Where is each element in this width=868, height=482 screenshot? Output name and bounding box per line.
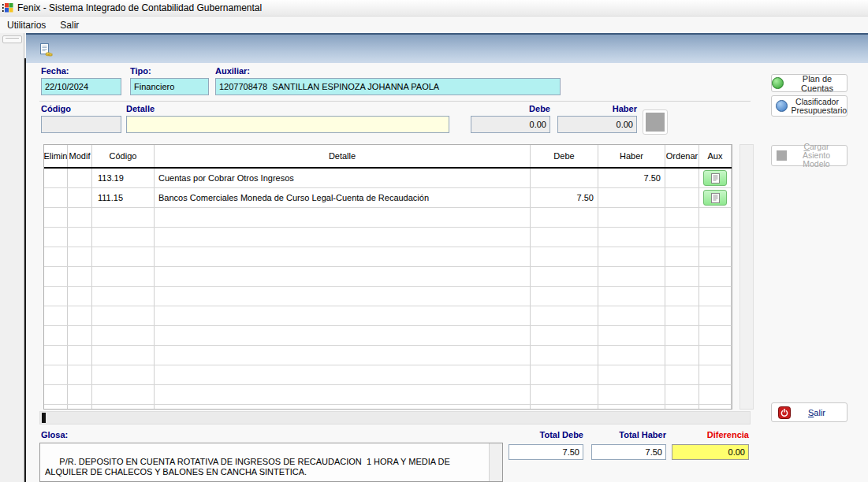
cell-detalle xyxy=(155,326,531,345)
cell-ordenar xyxy=(665,306,699,325)
notepad-icon xyxy=(711,193,720,203)
salir-label: Salir xyxy=(808,408,825,417)
cell-aux xyxy=(699,365,732,384)
tipo-label: Tipo: xyxy=(130,66,151,76)
toolbar xyxy=(26,33,868,63)
table-row xyxy=(44,287,732,306)
title-bar: Fenix - Sistema Integrado de Contabilida… xyxy=(0,0,868,17)
cell-detalle xyxy=(155,287,531,306)
detalle-input[interactable] xyxy=(126,116,449,133)
main-panel: Fecha: Tipo: Auxiliar: Código Detalle De… xyxy=(26,63,868,482)
cell-debe xyxy=(531,287,598,306)
scrollbar-thumb[interactable] xyxy=(42,413,46,423)
clasificador-label: Clasificador Presupuestario xyxy=(792,98,844,115)
window-title: Fenix - Sistema Integrado de Contabilida… xyxy=(17,2,262,13)
new-entry-button[interactable] xyxy=(35,39,55,59)
codigo-input[interactable] xyxy=(41,116,121,133)
grid-header-codigo[interactable]: Código xyxy=(92,145,155,167)
plan-de-cuentas-button[interactable]: Plan de Cuentas xyxy=(771,74,848,92)
plan-de-cuentas-label: Plan de Cuentas xyxy=(788,74,847,93)
table-horizontal-scrollbar[interactable] xyxy=(39,411,751,425)
cell-aux xyxy=(699,188,732,207)
auxiliar-input[interactable] xyxy=(215,78,561,95)
cell-aux xyxy=(699,385,732,404)
splitter-grip[interactable] xyxy=(2,35,22,43)
total-haber-input xyxy=(591,444,666,460)
cell-aux xyxy=(699,208,732,227)
cell-haber xyxy=(598,188,665,207)
grid-header-modif[interactable]: Modif xyxy=(68,145,92,167)
glosa-scrollbar[interactable] xyxy=(489,443,502,481)
cell-haber xyxy=(598,247,665,266)
table-row xyxy=(44,405,732,410)
cell-modif xyxy=(68,188,92,207)
cell-ordenar xyxy=(665,385,699,404)
glosa-textarea[interactable]: P/R. DEPOSITO EN CUENTA ROTATIVA DE INGR… xyxy=(39,443,503,482)
grid-header-ordenar[interactable]: Ordenar xyxy=(665,145,699,167)
table-row xyxy=(44,306,732,326)
app-icon xyxy=(2,2,13,13)
grid-header-haber[interactable]: Haber xyxy=(598,145,665,167)
debe-input[interactable] xyxy=(471,116,550,133)
cell-elimin xyxy=(44,267,68,286)
aux-button[interactable] xyxy=(703,190,727,206)
cell-aux xyxy=(699,267,732,286)
cell-modif xyxy=(68,346,92,365)
clasificador-presupuestario-button[interactable]: Clasificador Presupuestario xyxy=(771,95,848,117)
total-debe-label: Total Debe xyxy=(509,430,583,439)
grid-header-aux[interactable]: Aux xyxy=(699,145,732,167)
add-entry-button[interactable] xyxy=(643,109,668,135)
cell-codigo xyxy=(92,287,155,306)
table-vertical-scrollbar[interactable] xyxy=(739,144,754,410)
cell-detalle: Bancos Comerciales Moneda de Curso Legal… xyxy=(155,188,531,207)
cell-debe xyxy=(531,385,598,404)
cell-debe xyxy=(531,326,598,345)
cell-codigo xyxy=(92,346,155,365)
cell-modif xyxy=(68,208,92,227)
cell-elimin xyxy=(44,287,68,306)
table-row[interactable]: 113.19Cuentas por Cobrar Otros Ingresos7… xyxy=(44,169,732,188)
grid-header-detalle[interactable]: Detalle xyxy=(155,145,531,167)
cell-aux xyxy=(699,169,732,187)
table-row xyxy=(44,346,732,365)
table-row xyxy=(44,247,732,267)
table-row[interactable]: 111.15Bancos Comerciales Moneda de Curso… xyxy=(44,188,732,208)
cell-ordenar xyxy=(665,169,699,187)
cell-detalle xyxy=(155,365,531,384)
cell-ordenar xyxy=(665,247,699,266)
cell-elimin xyxy=(44,405,68,410)
cell-elimin xyxy=(44,188,68,207)
salir-button[interactable]: Salir xyxy=(771,402,848,422)
cell-detalle xyxy=(155,208,531,227)
fecha-input[interactable] xyxy=(41,78,121,95)
table-row xyxy=(44,365,732,385)
glosa-label: Glosa: xyxy=(41,430,68,439)
tipo-input[interactable] xyxy=(130,78,209,95)
haber-input[interactable] xyxy=(557,116,637,133)
cell-ordenar xyxy=(665,208,699,227)
cargar-asiento-modelo-button[interactable]: Cargar Asiento Modelo xyxy=(771,145,848,166)
cell-detalle xyxy=(155,385,531,404)
diferencia-input xyxy=(672,444,749,460)
cell-ordenar xyxy=(665,188,699,207)
aux-button[interactable] xyxy=(703,170,727,186)
cell-detalle xyxy=(155,346,531,365)
cell-ordenar xyxy=(665,346,699,365)
cell-detalle xyxy=(155,306,531,325)
grid-header-row: EliminModifCódigoDetalleDebeHaberOrdenar… xyxy=(44,145,732,169)
cell-debe xyxy=(531,267,598,286)
entries-table[interactable]: EliminModifCódigoDetalleDebeHaberOrdenar… xyxy=(43,144,732,410)
menu-utilitarios[interactable]: Utilitarios xyxy=(0,17,53,33)
menu-bar: Utilitarios Salir xyxy=(0,17,868,33)
cell-ordenar xyxy=(665,267,699,286)
menu-salir[interactable]: Salir xyxy=(53,17,86,33)
cell-detalle xyxy=(155,267,531,286)
cell-haber xyxy=(598,365,665,384)
cell-elimin xyxy=(44,228,68,247)
cell-aux xyxy=(699,346,732,365)
cell-modif xyxy=(68,405,92,410)
grid-header-debe[interactable]: Debe xyxy=(531,145,598,167)
cell-modif xyxy=(68,169,92,187)
haber-label: Haber xyxy=(557,104,637,113)
grid-header-elimin[interactable]: Elimin xyxy=(44,145,68,167)
